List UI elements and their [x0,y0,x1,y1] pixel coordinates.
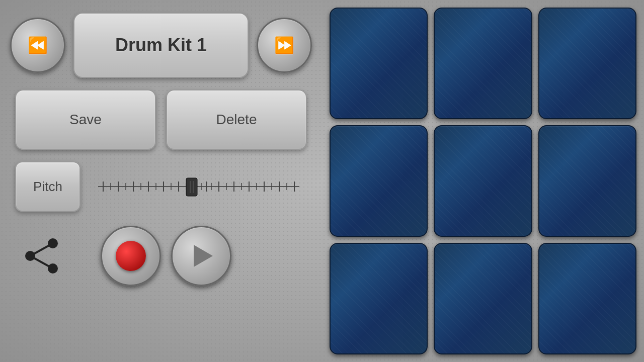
drum-pads-grid [322,0,644,362]
drum-pad-6[interactable] [538,125,636,237]
play-button[interactable] [171,226,231,286]
pitch-slider-container: /* ticks drawn below */ [91,171,307,202]
drum-pad-9[interactable] [538,243,636,354]
share-icon [23,236,63,276]
pitch-button[interactable]: Pitch [15,161,80,212]
record-button[interactable] [101,226,161,286]
delete-button[interactable]: Delete [166,89,307,150]
next-icon: ⏩ [274,36,294,55]
pitch-slider[interactable]: /* ticks drawn below */ [91,174,307,199]
svg-line-35 [30,243,53,256]
next-button[interactable]: ⏩ [257,18,312,73]
action-row: Save Delete [10,89,312,150]
app-container: ⏪ Drum Kit 1 ⏩ Save Delete Pitch [0,0,644,362]
drum-pad-1[interactable] [330,8,428,119]
drum-kit-display: Drum Kit 1 [73,13,249,78]
pitch-row: Pitch /* ticks drawn below */ [10,159,312,214]
save-button[interactable]: Save [15,89,156,150]
prev-button[interactable]: ⏪ [10,18,65,73]
bottom-row [10,223,312,289]
drum-pad-2[interactable] [434,8,532,119]
delete-label: Delete [216,112,257,128]
prev-icon: ⏪ [28,36,48,55]
pitch-label: Pitch [33,179,62,195]
share-button[interactable] [20,233,65,279]
top-row: ⏪ Drum Kit 1 ⏩ [10,10,312,80]
drum-pad-8[interactable] [434,243,532,354]
drum-pad-7[interactable] [330,243,428,354]
save-label: Save [69,112,102,128]
record-icon [116,241,146,271]
drum-pad-5[interactable] [434,125,532,237]
drum-kit-name: Drum Kit 1 [115,35,207,56]
svg-rect-29 [186,178,197,196]
svg-line-36 [30,256,53,268]
play-icon [194,245,213,267]
drum-pad-4[interactable] [330,125,428,237]
drum-pad-3[interactable] [538,8,636,119]
left-panel: ⏪ Drum Kit 1 ⏩ Save Delete Pitch [0,0,322,362]
